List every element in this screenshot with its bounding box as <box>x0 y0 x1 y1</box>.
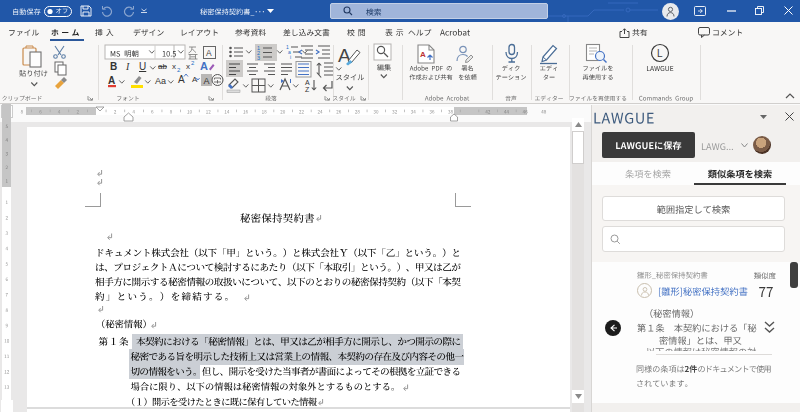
svg-text:i: i <box>290 54 291 60</box>
svg-text:2: 2 <box>191 60 195 66</box>
svg-text:Aa: Aa <box>155 76 166 86</box>
svg-text:A: A <box>178 74 185 85</box>
svg-text:x: x <box>186 62 190 71</box>
svg-text:A: A <box>206 48 212 58</box>
svg-text:I: I <box>125 61 130 72</box>
svg-text:L: L <box>657 48 663 59</box>
svg-text:Z: Z <box>305 86 310 93</box>
svg-text:U: U <box>139 61 146 72</box>
svg-text:A: A <box>305 79 310 86</box>
svg-text:2: 2 <box>177 67 181 73</box>
svg-text:3: 3 <box>257 55 260 61</box>
svg-text:ab: ab <box>158 62 167 71</box>
svg-text:A: A <box>420 50 426 59</box>
svg-text:x: x <box>172 62 176 71</box>
svg-text:A: A <box>200 60 208 72</box>
svg-text:A: A <box>108 75 115 86</box>
svg-text:A: A <box>204 76 210 86</box>
svg-text:B: B <box>110 61 117 72</box>
